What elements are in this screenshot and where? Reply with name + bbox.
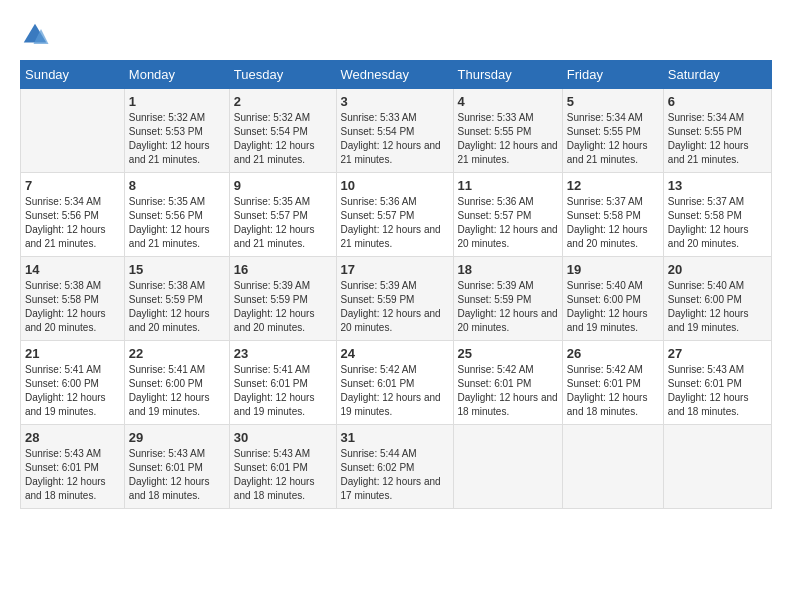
day-info: Sunrise: 5:33 AMSunset: 5:54 PMDaylight:… <box>341 111 449 167</box>
day-number: 16 <box>234 262 332 277</box>
day-number: 27 <box>668 346 767 361</box>
day-number: 23 <box>234 346 332 361</box>
calendar-cell: 7Sunrise: 5:34 AMSunset: 5:56 PMDaylight… <box>21 173 125 257</box>
day-number: 8 <box>129 178 225 193</box>
day-info: Sunrise: 5:39 AMSunset: 5:59 PMDaylight:… <box>234 279 332 335</box>
day-info: Sunrise: 5:41 AMSunset: 6:00 PMDaylight:… <box>129 363 225 419</box>
day-number: 4 <box>458 94 558 109</box>
day-number: 19 <box>567 262 659 277</box>
day-number: 15 <box>129 262 225 277</box>
calendar-cell: 2Sunrise: 5:32 AMSunset: 5:54 PMDaylight… <box>229 89 336 173</box>
day-number: 24 <box>341 346 449 361</box>
day-info: Sunrise: 5:42 AMSunset: 6:01 PMDaylight:… <box>567 363 659 419</box>
calendar-cell <box>453 425 562 509</box>
day-info: Sunrise: 5:36 AMSunset: 5:57 PMDaylight:… <box>341 195 449 251</box>
calendar-cell: 29Sunrise: 5:43 AMSunset: 6:01 PMDayligh… <box>124 425 229 509</box>
day-info: Sunrise: 5:39 AMSunset: 5:59 PMDaylight:… <box>458 279 558 335</box>
calendar-week-1: 1Sunrise: 5:32 AMSunset: 5:53 PMDaylight… <box>21 89 772 173</box>
calendar-cell: 21Sunrise: 5:41 AMSunset: 6:00 PMDayligh… <box>21 341 125 425</box>
day-number: 26 <box>567 346 659 361</box>
header-monday: Monday <box>124 61 229 89</box>
day-number: 25 <box>458 346 558 361</box>
day-number: 20 <box>668 262 767 277</box>
day-info: Sunrise: 5:43 AMSunset: 6:01 PMDaylight:… <box>25 447 120 503</box>
calendar-cell: 25Sunrise: 5:42 AMSunset: 6:01 PMDayligh… <box>453 341 562 425</box>
calendar-cell: 3Sunrise: 5:33 AMSunset: 5:54 PMDaylight… <box>336 89 453 173</box>
logo-icon <box>20 20 50 50</box>
calendar-cell: 30Sunrise: 5:43 AMSunset: 6:01 PMDayligh… <box>229 425 336 509</box>
day-info: Sunrise: 5:35 AMSunset: 5:57 PMDaylight:… <box>234 195 332 251</box>
day-number: 13 <box>668 178 767 193</box>
day-info: Sunrise: 5:34 AMSunset: 5:55 PMDaylight:… <box>567 111 659 167</box>
day-info: Sunrise: 5:43 AMSunset: 6:01 PMDaylight:… <box>668 363 767 419</box>
day-number: 2 <box>234 94 332 109</box>
calendar-cell: 5Sunrise: 5:34 AMSunset: 5:55 PMDaylight… <box>562 89 663 173</box>
day-info: Sunrise: 5:42 AMSunset: 6:01 PMDaylight:… <box>341 363 449 419</box>
calendar-cell: 8Sunrise: 5:35 AMSunset: 5:56 PMDaylight… <box>124 173 229 257</box>
calendar-table: SundayMondayTuesdayWednesdayThursdayFrid… <box>20 60 772 509</box>
day-number: 30 <box>234 430 332 445</box>
day-number: 6 <box>668 94 767 109</box>
calendar-cell: 1Sunrise: 5:32 AMSunset: 5:53 PMDaylight… <box>124 89 229 173</box>
calendar-week-4: 21Sunrise: 5:41 AMSunset: 6:00 PMDayligh… <box>21 341 772 425</box>
page-header <box>20 20 772 50</box>
day-info: Sunrise: 5:32 AMSunset: 5:53 PMDaylight:… <box>129 111 225 167</box>
day-number: 9 <box>234 178 332 193</box>
day-info: Sunrise: 5:38 AMSunset: 5:59 PMDaylight:… <box>129 279 225 335</box>
calendar-week-3: 14Sunrise: 5:38 AMSunset: 5:58 PMDayligh… <box>21 257 772 341</box>
day-number: 10 <box>341 178 449 193</box>
calendar-cell <box>562 425 663 509</box>
calendar-cell: 24Sunrise: 5:42 AMSunset: 6:01 PMDayligh… <box>336 341 453 425</box>
calendar-cell: 16Sunrise: 5:39 AMSunset: 5:59 PMDayligh… <box>229 257 336 341</box>
day-number: 12 <box>567 178 659 193</box>
day-number: 11 <box>458 178 558 193</box>
calendar-cell: 13Sunrise: 5:37 AMSunset: 5:58 PMDayligh… <box>663 173 771 257</box>
day-info: Sunrise: 5:43 AMSunset: 6:01 PMDaylight:… <box>234 447 332 503</box>
day-info: Sunrise: 5:37 AMSunset: 5:58 PMDaylight:… <box>567 195 659 251</box>
calendar-week-2: 7Sunrise: 5:34 AMSunset: 5:56 PMDaylight… <box>21 173 772 257</box>
calendar-cell: 15Sunrise: 5:38 AMSunset: 5:59 PMDayligh… <box>124 257 229 341</box>
header-wednesday: Wednesday <box>336 61 453 89</box>
day-info: Sunrise: 5:34 AMSunset: 5:56 PMDaylight:… <box>25 195 120 251</box>
header-friday: Friday <box>562 61 663 89</box>
logo <box>20 20 52 50</box>
calendar-cell: 23Sunrise: 5:41 AMSunset: 6:01 PMDayligh… <box>229 341 336 425</box>
day-info: Sunrise: 5:33 AMSunset: 5:55 PMDaylight:… <box>458 111 558 167</box>
calendar-cell: 12Sunrise: 5:37 AMSunset: 5:58 PMDayligh… <box>562 173 663 257</box>
day-info: Sunrise: 5:36 AMSunset: 5:57 PMDaylight:… <box>458 195 558 251</box>
calendar-cell <box>663 425 771 509</box>
calendar-cell: 26Sunrise: 5:42 AMSunset: 6:01 PMDayligh… <box>562 341 663 425</box>
calendar-cell <box>21 89 125 173</box>
header-sunday: Sunday <box>21 61 125 89</box>
day-info: Sunrise: 5:34 AMSunset: 5:55 PMDaylight:… <box>668 111 767 167</box>
calendar-cell: 4Sunrise: 5:33 AMSunset: 5:55 PMDaylight… <box>453 89 562 173</box>
calendar-cell: 28Sunrise: 5:43 AMSunset: 6:01 PMDayligh… <box>21 425 125 509</box>
calendar-header-row: SundayMondayTuesdayWednesdayThursdayFrid… <box>21 61 772 89</box>
day-info: Sunrise: 5:35 AMSunset: 5:56 PMDaylight:… <box>129 195 225 251</box>
day-info: Sunrise: 5:44 AMSunset: 6:02 PMDaylight:… <box>341 447 449 503</box>
day-number: 17 <box>341 262 449 277</box>
calendar-cell: 11Sunrise: 5:36 AMSunset: 5:57 PMDayligh… <box>453 173 562 257</box>
day-number: 21 <box>25 346 120 361</box>
calendar-cell: 9Sunrise: 5:35 AMSunset: 5:57 PMDaylight… <box>229 173 336 257</box>
calendar-cell: 17Sunrise: 5:39 AMSunset: 5:59 PMDayligh… <box>336 257 453 341</box>
header-saturday: Saturday <box>663 61 771 89</box>
calendar-cell: 14Sunrise: 5:38 AMSunset: 5:58 PMDayligh… <box>21 257 125 341</box>
day-number: 29 <box>129 430 225 445</box>
day-info: Sunrise: 5:38 AMSunset: 5:58 PMDaylight:… <box>25 279 120 335</box>
day-number: 22 <box>129 346 225 361</box>
day-info: Sunrise: 5:43 AMSunset: 6:01 PMDaylight:… <box>129 447 225 503</box>
day-number: 5 <box>567 94 659 109</box>
day-number: 7 <box>25 178 120 193</box>
day-info: Sunrise: 5:37 AMSunset: 5:58 PMDaylight:… <box>668 195 767 251</box>
calendar-cell: 18Sunrise: 5:39 AMSunset: 5:59 PMDayligh… <box>453 257 562 341</box>
day-info: Sunrise: 5:41 AMSunset: 6:01 PMDaylight:… <box>234 363 332 419</box>
day-info: Sunrise: 5:42 AMSunset: 6:01 PMDaylight:… <box>458 363 558 419</box>
day-info: Sunrise: 5:39 AMSunset: 5:59 PMDaylight:… <box>341 279 449 335</box>
calendar-cell: 19Sunrise: 5:40 AMSunset: 6:00 PMDayligh… <box>562 257 663 341</box>
header-tuesday: Tuesday <box>229 61 336 89</box>
day-number: 1 <box>129 94 225 109</box>
calendar-cell: 27Sunrise: 5:43 AMSunset: 6:01 PMDayligh… <box>663 341 771 425</box>
calendar-cell: 22Sunrise: 5:41 AMSunset: 6:00 PMDayligh… <box>124 341 229 425</box>
calendar-cell: 20Sunrise: 5:40 AMSunset: 6:00 PMDayligh… <box>663 257 771 341</box>
